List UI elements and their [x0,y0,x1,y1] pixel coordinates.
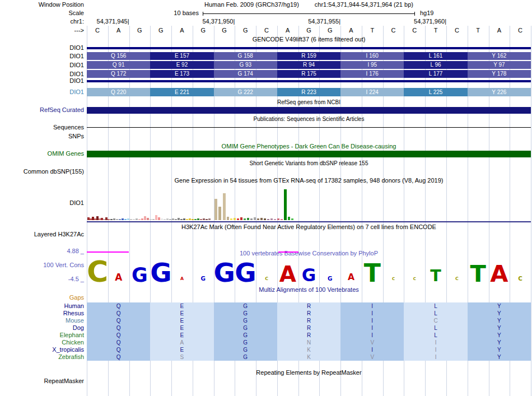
gtex-bar[interactable] [147,218,149,220]
multiz-cell[interactable]: E [150,302,213,310]
multiz-cell[interactable]: Y [468,353,531,361]
multiz-cell[interactable]: Q [87,310,150,317]
amino-acid-cell[interactable]: Y 178 [468,70,531,78]
multiz-cell[interactable]: I [404,346,467,353]
gtex-bar[interactable] [141,218,143,220]
gtex-bar[interactable] [230,218,232,220]
gtex-bar[interactable] [260,218,263,220]
exon-line[interactable] [87,80,531,82]
gtex-bar[interactable] [116,219,118,220]
species-label[interactable]: Dog [0,324,84,332]
amino-acid-cell[interactable]: R 223 [277,88,340,96]
gtex-bar[interactable] [183,218,185,220]
gtex-bar[interactable] [203,218,205,220]
multiz-cell[interactable]: G [214,332,277,339]
amino-acid-cell[interactable]: I 176 [340,70,404,78]
gtex-bar[interactable] [138,219,141,220]
multiz-cell[interactable]: I [340,317,404,324]
multiz-cell[interactable]: Y [468,332,531,339]
gtex-bar[interactable] [223,193,226,220]
track-row-label-dio1[interactable]: DIO1 [0,77,84,85]
amino-acid-cell[interactable]: R 159 [277,52,340,60]
amino-acid-cell[interactable]: E 157 [150,52,213,60]
gtex-bar[interactable] [144,216,146,220]
amino-acid-cell[interactable]: I 224 [340,88,404,96]
amino-acid-cell[interactable]: I 95 [340,61,404,69]
species-label[interactable]: Mouse [0,317,84,324]
gtex-bar[interactable] [206,219,208,220]
gtex-bar[interactable] [122,218,124,220]
gtex-bar[interactable] [150,219,152,220]
multiz-cell[interactable]: E [150,346,213,353]
gtex-bar[interactable] [158,217,160,220]
multiz-cell[interactable]: R [277,317,340,324]
track-row-label-dio1[interactable]: DIO1 [0,44,84,52]
gtex-bar[interactable] [130,219,132,220]
multiz-cell[interactable]: G [214,346,277,353]
gtex-bar[interactable] [257,218,259,220]
multiz-cell[interactable]: G [214,317,277,324]
multiz-cell[interactable]: Q [87,317,150,324]
multiz-cell[interactable]: R [277,324,340,332]
gtex-bar[interactable] [175,219,177,220]
multiz-cell[interactable]: Q [87,353,150,361]
multiz-cell[interactable]: V [340,339,404,346]
gtex-bar[interactable] [264,218,266,220]
gtex-bar[interactable] [133,219,135,220]
track-row-label-dio1[interactable]: DIO1 [0,88,84,96]
multiz-cell[interactable]: Y [468,317,531,324]
gtex-bar[interactable] [267,219,269,220]
gaps-label[interactable]: Gaps [0,294,84,301]
amino-acid-cell[interactable]: I 160 [340,52,404,60]
multiz-cell[interactable]: G [214,302,277,310]
multiz-cell[interactable]: Y [468,310,531,317]
gtex-bar[interactable] [127,218,129,220]
amino-acid-cell[interactable]: Y 162 [468,52,531,60]
amino-acid-cell[interactable]: L 96 [404,61,467,69]
gtex-bar[interactable] [189,218,191,220]
amino-acid-cell[interactable]: L 161 [404,52,467,60]
gtex-bar[interactable] [281,219,283,220]
snps-label[interactable]: SNPs [0,133,84,140]
amino-acid-cell[interactable]: L 225 [404,88,467,96]
gtex-bar[interactable] [108,219,110,220]
multiz-cell[interactable]: L [404,332,467,339]
multiz-cell[interactable]: Q [87,302,150,310]
multiz-cell[interactable]: Y [468,346,531,353]
amino-acid-cell[interactable]: R 94 [277,61,340,69]
gtex-bar[interactable] [244,218,246,220]
gtex-bar[interactable] [270,218,273,220]
multiz-cell[interactable]: V [340,353,404,361]
gtex-bar[interactable] [288,217,290,220]
species-label[interactable]: Rhesus [0,310,84,317]
multiz-cell[interactable]: L [404,324,467,332]
amino-acid-cell[interactable]: E 221 [150,88,213,96]
gtex-bar[interactable] [284,189,287,220]
gtex-bar[interactable] [172,218,174,220]
gtex-bar[interactable] [155,215,157,220]
multiz-cell[interactable]: Y [468,339,531,346]
multiz-cell[interactable]: G [214,310,277,317]
multiz-cell[interactable]: Q [87,346,150,353]
multiz-cell[interactable]: N [277,339,340,346]
gtex-bar[interactable] [234,218,236,220]
refseq-curated-bar[interactable] [87,107,531,114]
gtex-bar[interactable] [250,218,253,220]
amino-acid-cell[interactable]: E 92 [150,61,213,69]
multiz-cell[interactable]: I [340,310,404,317]
amino-acid-cell[interactable]: G 158 [214,52,277,60]
track-row-label-dio1[interactable]: DIO1 [0,53,84,60]
gtex-bar[interactable] [237,218,239,220]
multiz-cell[interactable]: A [150,339,213,346]
gtex-bar[interactable] [119,219,121,220]
conservation-label[interactable]: 100 Vert. Cons [0,262,84,269]
multiz-cell[interactable]: I [404,353,467,361]
species-label[interactable]: Human [0,302,84,310]
gtex-bar[interactable] [240,217,242,220]
gtex-bar[interactable] [178,218,180,220]
repeatmasker-label[interactable]: RepeatMasker [0,378,84,385]
multiz-cell[interactable]: E [150,317,213,324]
amino-acid-cell[interactable]: Q 91 [87,61,150,69]
gtex-bar[interactable] [291,218,293,220]
amino-acid-cell[interactable]: L 177 [404,70,467,78]
